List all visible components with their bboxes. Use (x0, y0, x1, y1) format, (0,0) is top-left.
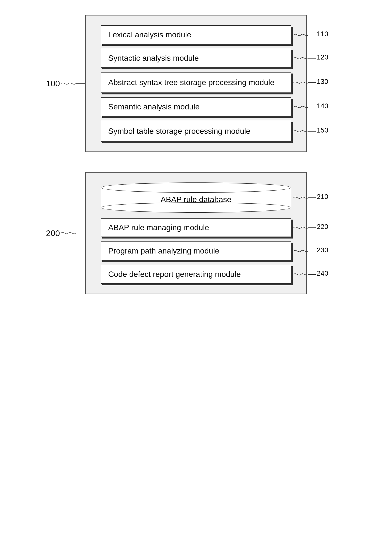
svg-text:240: 240 (317, 269, 328, 277)
module-140-wrapper: Semantic analysis module 140 (101, 97, 291, 116)
module-150: Symbol table storage processing module (101, 121, 291, 142)
db-top-ellipse (101, 182, 291, 193)
module-110-wrapper: Lexical analysis module 110 (101, 25, 291, 44)
outer-box-200: ABAP rule database 210 ABAP rule managin… (85, 172, 307, 294)
module-120-wrapper: Syntactic analysis module 120 (101, 49, 291, 68)
module-120: Syntactic analysis module (101, 49, 291, 68)
db-bottom-ellipse (101, 202, 291, 213)
ref-squiggle-230: 230 (294, 247, 326, 255)
label-100-squiggle (61, 80, 86, 87)
svg-text:230: 230 (317, 246, 328, 254)
ref-squiggle-140: 140 (294, 103, 326, 111)
svg-text:110: 110 (317, 30, 328, 38)
db-210: ABAP rule database (101, 182, 291, 213)
ref-squiggle-110: 110 (294, 31, 326, 39)
ref-squiggle-210: 210 (294, 194, 326, 201)
ref-squiggle-130: 130 (294, 79, 326, 86)
module-140: Semantic analysis module (101, 97, 291, 116)
module-230-wrapper: Program path analyzing module 230 (101, 241, 291, 260)
ref-squiggle-240: 240 (294, 271, 326, 278)
module-110: Lexical analysis module (101, 25, 291, 44)
ref-squiggle-220: 220 (294, 224, 326, 231)
outer-label-100: 100 (46, 79, 86, 88)
module-db210-wrapper: ABAP rule database 210 (101, 182, 291, 213)
module-240: Code defect report generating module (101, 265, 291, 284)
module-220: ABAP rule managing module (101, 218, 291, 237)
label-200-squiggle (61, 229, 86, 237)
svg-text:120: 120 (317, 53, 328, 61)
svg-text:150: 150 (317, 126, 328, 134)
ref-squiggle-150: 150 (294, 128, 326, 135)
ref-squiggle-120: 120 (294, 55, 326, 62)
module-130-wrapper: Abstract syntax tree storage processing … (101, 72, 291, 93)
module-220-wrapper: ABAP rule managing module 220 (101, 218, 291, 237)
outer-label-200: 200 (46, 228, 86, 238)
svg-text:210: 210 (317, 193, 328, 200)
module-230: Program path analyzing module (101, 241, 291, 260)
svg-text:140: 140 (317, 102, 328, 110)
svg-text:130: 130 (317, 78, 328, 85)
module-150-wrapper: Symbol table storage processing module 1… (101, 121, 291, 142)
outer-box-100: Lexical analysis module 110 Syntactic an… (85, 15, 307, 152)
main-diagram: 100 Lexical analysis module 110 Syntacti… (0, 15, 392, 294)
module-240-wrapper: Code defect report generating module 240 (101, 265, 291, 284)
svg-text:220: 220 (317, 223, 328, 230)
module-130: Abstract syntax tree storage processing … (101, 72, 291, 93)
